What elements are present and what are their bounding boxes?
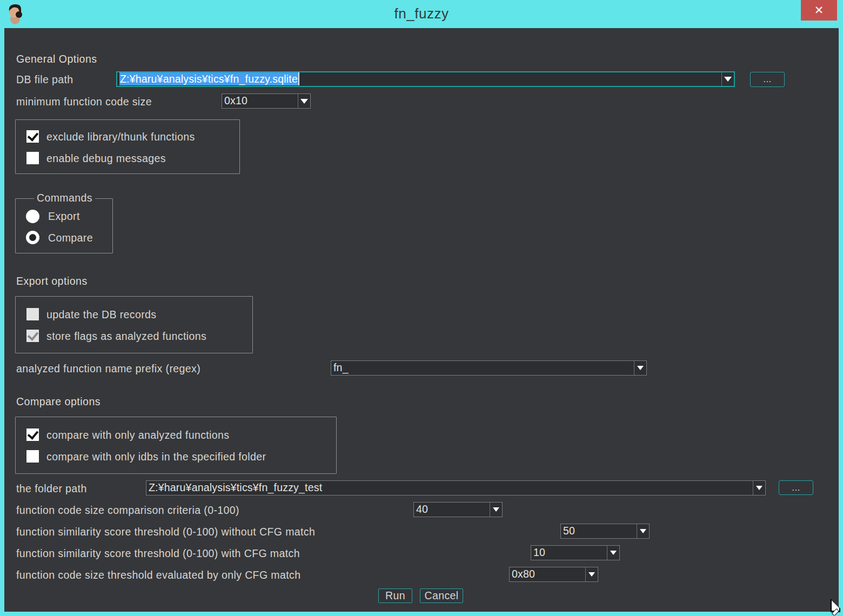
db-file-path-browse-button[interactable]: ... [750, 72, 785, 87]
min-code-size-value[interactable]: 0x10 [222, 94, 298, 108]
name-prefix-label: analyzed function name prefix (regex) [16, 363, 200, 375]
score-without-cfg-dropdown[interactable]: 50 [560, 524, 650, 539]
cancel-button[interactable]: Cancel [420, 588, 463, 603]
code-size-criteria-label: function code size comparison criteria (… [16, 504, 239, 517]
folder-path-combobox[interactable]: Z:¥haru¥analysis¥tics¥fn_fuzzy_test [146, 480, 766, 496]
score-without-cfg-dropdown-arrow-icon[interactable] [637, 524, 649, 538]
min-code-size-label: minimum function code size [16, 96, 152, 108]
window-title: fn_fuzzy [0, 5, 843, 22]
compare-options-group: compare with only analyzed functions com… [15, 417, 337, 474]
score-without-cfg-label: function similarity score threshold (0-1… [16, 526, 315, 538]
only-analyzed-checkbox[interactable] [26, 428, 39, 441]
only-analyzed-label: compare with only analyzed functions [46, 429, 230, 441]
enable-debug-label: enable debug messages [46, 152, 166, 165]
min-code-size-dropdown[interactable]: 0x10 [222, 93, 311, 109]
run-button[interactable]: Run [378, 588, 412, 603]
commands-group: Commands Export Compare [15, 198, 113, 253]
name-prefix-value[interactable]: fn_ [331, 361, 634, 375]
general-options-heading: General Options [16, 53, 97, 65]
compare-radio[interactable] [26, 231, 39, 244]
db-file-path-combobox[interactable]: Z:¥haru¥analysis¥tics¥fn_fuzzy.sqlite [116, 71, 735, 87]
commands-legend: Commands [34, 192, 95, 204]
db-file-path-label: DB file path [16, 73, 73, 86]
db-file-path-value[interactable]: Z:¥haru¥analysis¥tics¥fn_fuzzy.sqlite [117, 72, 721, 86]
min-code-size-dropdown-arrow-icon[interactable] [298, 94, 310, 108]
close-icon: ✕ [814, 4, 824, 17]
folder-path-dropdown-arrow-icon[interactable] [753, 481, 765, 495]
name-prefix-combobox[interactable]: fn_ [331, 360, 647, 376]
only-idbs-checkbox[interactable] [26, 450, 39, 463]
fn-fuzzy-dialog: { "window": { "title": "fn_fuzzy", "clos… [0, 0, 843, 616]
only-idbs-label: compare with only idbs in the specified … [46, 451, 266, 463]
code-size-criteria-value[interactable]: 40 [414, 503, 490, 517]
score-with-cfg-dropdown-arrow-icon[interactable] [607, 546, 619, 560]
exclude-library-label: exclude library/thunk functions [46, 131, 195, 143]
size-threshold-cfg-dropdown[interactable]: 0x80 [509, 567, 598, 582]
update-db-checkbox[interactable] [26, 308, 39, 320]
score-with-cfg-dropdown[interactable]: 10 [531, 545, 620, 560]
folder-path-browse-button[interactable]: ... [779, 480, 813, 495]
size-threshold-cfg-value[interactable]: 0x80 [510, 567, 585, 581]
score-with-cfg-value[interactable]: 10 [531, 546, 607, 560]
compare-radio-label: Compare [48, 232, 93, 244]
exclude-library-checkbox[interactable] [26, 130, 39, 143]
size-threshold-cfg-label: function code size threshold evaluated b… [16, 569, 300, 581]
close-button[interactable]: ✕ [801, 0, 837, 21]
code-size-criteria-dropdown[interactable]: 40 [413, 502, 503, 517]
code-size-criteria-dropdown-arrow-icon[interactable] [490, 503, 502, 517]
export-options-group: update the DB records store flags as ana… [15, 296, 253, 353]
update-db-label: update the DB records [46, 309, 157, 321]
folder-path-label: the folder path [16, 483, 87, 495]
score-without-cfg-value[interactable]: 50 [561, 524, 637, 538]
store-flags-label: store flags as analyzed functions [46, 330, 206, 343]
store-flags-checkbox[interactable] [26, 330, 39, 342]
size-threshold-cfg-dropdown-arrow-icon[interactable] [585, 567, 598, 581]
mouse-cursor-icon [824, 596, 842, 615]
name-prefix-dropdown-arrow-icon[interactable] [634, 361, 646, 375]
general-flags-group: exclude library/thunk functions enable d… [15, 119, 240, 174]
compare-options-heading: Compare options [16, 396, 101, 408]
enable-debug-checkbox[interactable] [26, 152, 39, 164]
title-bar[interactable]: fn_fuzzy ✕ [0, 0, 843, 28]
score-with-cfg-label: function similarity score threshold (0-1… [16, 547, 300, 560]
export-options-heading: Export options [16, 275, 88, 287]
export-radio-label: Export [48, 210, 80, 223]
export-radio[interactable] [26, 210, 39, 223]
folder-path-value[interactable]: Z:¥haru¥analysis¥tics¥fn_fuzzy_test [146, 481, 753, 495]
db-file-path-dropdown-arrow-icon[interactable] [721, 72, 734, 86]
